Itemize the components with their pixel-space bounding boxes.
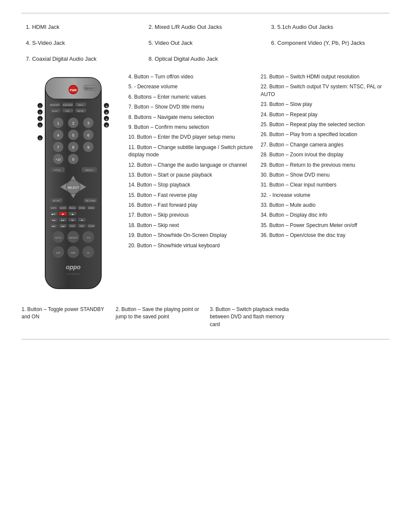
ann-num: 4.: [128, 74, 133, 80]
svg-text:4: 4: [57, 133, 59, 137]
svg-text:0: 0: [72, 157, 74, 162]
annotation-item: 4. Button – Turn off/on video: [128, 73, 254, 81]
ann-num: 30.: [261, 172, 268, 178]
ann-num: 14.: [128, 182, 136, 188]
mid-annotations-col: 4. Button – Turn off/on video5. - Decrea…: [125, 73, 257, 297]
svg-text:◀◀|: ◀◀|: [51, 225, 55, 227]
ann-num: 36.: [261, 232, 268, 238]
ann-num: 28.: [261, 152, 268, 158]
svg-text:▶▶: ▶▶: [61, 219, 65, 221]
ann-num: 19.: [128, 232, 136, 238]
remote-svg: PWR SELECT MEMORY DISCARD INFO BLAH VOL …: [34, 73, 112, 297]
annotation-item: 28. Button – Zoom in/out the display: [261, 151, 386, 159]
svg-text:INFO: INFO: [78, 104, 83, 106]
annotation-item: 23. Button – Slow play: [261, 101, 386, 108]
svg-text:2: 2: [72, 121, 74, 125]
ann-num: 17.: [128, 212, 136, 218]
annotation-item: 33. Button – Mute audio: [261, 202, 386, 209]
jack-item: 7. Coaxial Digital Audio Jack: [26, 53, 140, 65]
svg-text:oppo: oppo: [66, 264, 81, 271]
svg-text:REPEAT: REPEAT: [69, 236, 78, 239]
below-annotation-item: 2. Button – Save the playing point or ju…: [116, 306, 202, 331]
svg-text:ZOOM: ZOOM: [79, 207, 85, 209]
ann-num: 11.: [128, 144, 136, 150]
annotation-item: 34. Button – Display disc info: [261, 212, 386, 219]
ann-num: 33.: [261, 202, 268, 208]
jack-item: [271, 53, 385, 65]
ann-num: 31.: [261, 182, 268, 188]
svg-text:DISCARD: DISCARD: [63, 104, 73, 106]
svg-text:9: 9: [87, 145, 89, 149]
below-item: 3. Button – Switch playback media betwee…: [210, 306, 296, 328]
annotation-item: 8. Buttons – Navigate menu selection: [128, 114, 254, 121]
ann-num: 18.: [128, 222, 136, 228]
annotation-item: 11. Button – Change subtitle language / …: [128, 144, 254, 159]
ann-num: 20.: [128, 243, 136, 249]
below-num: 1.: [22, 306, 26, 312]
svg-text:|▶▶: |▶▶: [61, 225, 65, 227]
svg-text:VOL: VOL: [65, 110, 70, 112]
svg-text:6: 6: [87, 133, 89, 137]
svg-text:RE TURN: RE TURN: [86, 199, 96, 202]
ann-num: 25.: [261, 121, 268, 128]
below-item: 2. Button – Save the playing point or ju…: [116, 306, 202, 321]
ann-num: 23.: [261, 101, 268, 107]
svg-text:◀◀: ◀◀: [52, 219, 55, 221]
below-annotation-item: 3. Button – Switch playback media betwee…: [210, 306, 296, 331]
ann-num: 21.: [261, 74, 268, 80]
svg-text:▶/II: ▶/II: [52, 213, 55, 215]
ann-num: 29.: [261, 162, 268, 168]
svg-text:1: 1: [57, 121, 59, 125]
svg-text:SUBTL: SUBTL: [50, 207, 57, 209]
svg-text:MUTE: MUTE: [78, 110, 84, 112]
main-section: PWR SELECT MEMORY DISCARD INFO BLAH VOL …: [22, 73, 389, 297]
annotation-item: 15. Button – Fast reverse play: [128, 192, 254, 199]
below-section: 1. Button – Toggle power STANDBY and ON2…: [22, 306, 389, 331]
ann-num: 5.: [128, 84, 133, 90]
annotation-item: 16. Button – Fast forward play: [128, 202, 254, 209]
svg-text:SETUP: SETUP: [53, 199, 60, 202]
ann-num: 12.: [128, 162, 136, 168]
jack-table: 1. HDMI Jack2. Mixed L/R Audio Out Jacks…: [22, 21, 389, 65]
below-annotation-item: 1. Button – Toggle power STANDBY and ON: [22, 306, 107, 331]
svg-text:TITLE: TITLE: [53, 169, 60, 171]
annotation-item: 10. Button – Enter the DVD player setup …: [128, 134, 254, 141]
svg-text:DV-970HD: DV-970HD: [67, 273, 80, 275]
ann-num: 8.: [128, 114, 133, 120]
below-num: 3.: [210, 306, 214, 312]
svg-text:⏭: ⏭: [81, 219, 83, 221]
svg-text:GOTO: GOTO: [55, 236, 62, 239]
annotation-item: 6. Buttons – Enter numeric values: [128, 93, 254, 101]
annotation-item: 31. Button – Clear input numbers: [261, 181, 386, 189]
remote-col: PWR SELECT MEMORY DISCARD INFO BLAH VOL …: [22, 73, 125, 297]
page: 1. HDMI Jack2. Mixed L/R Audio Out Jacks…: [0, 0, 411, 352]
svg-text:MEMORY: MEMORY: [50, 104, 60, 106]
svg-text:AV: AV: [87, 252, 90, 254]
annotation-item: 32. - Increase volume: [261, 192, 386, 199]
svg-text:■: ■: [62, 213, 64, 215]
svg-text:⊕: ⊕: [106, 118, 108, 121]
svg-text:7: 7: [57, 145, 59, 149]
ann-num: 16.: [128, 202, 136, 208]
annotation-item: 24. Button – Repeat play: [261, 111, 386, 118]
svg-text:A-B: A-B: [87, 236, 90, 239]
svg-text:3: 3: [87, 121, 89, 125]
svg-text:8: 8: [72, 145, 74, 149]
ann-num: 6.: [128, 94, 133, 100]
annotation-item: 21. Button – Switch HDMI output resoluti…: [261, 73, 386, 81]
svg-text:⏮: ⏮: [72, 219, 74, 221]
annotation-item: 13. Button – Start or pause playback: [128, 171, 254, 179]
annotation-item: 26. Button – Play from a specified locat…: [261, 131, 386, 138]
ann-num: 7.: [128, 104, 133, 110]
annotation-item: 29. Button – Return to the previous menu: [261, 162, 386, 169]
svg-text:+10: +10: [56, 158, 61, 161]
annotation-item: 12. Button – Change the audio language o…: [128, 162, 254, 169]
ann-num: 32.: [261, 192, 268, 198]
svg-text:ANGLE: ANGLE: [69, 207, 75, 209]
svg-text:BLAH: BLAH: [52, 110, 57, 112]
ann-num: 35.: [261, 222, 268, 228]
annotation-item: 19. Button – Show/hide On-Screen Display: [128, 232, 254, 239]
jack-item: 4. S-Video Jack: [26, 37, 140, 49]
annotation-item: 30. Button – Show DVD menu: [261, 171, 386, 179]
annotation-item: 20. Button – Show/hide virtual keyboard: [128, 242, 254, 249]
